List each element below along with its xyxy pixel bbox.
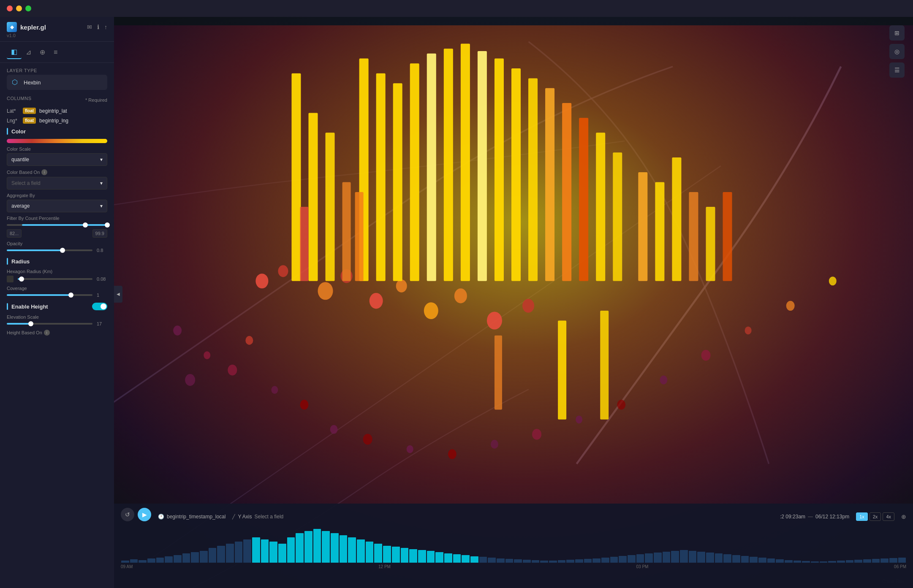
histogram-bar-22[interactable] [313, 529, 321, 563]
y-axis-field-select[interactable]: Select a field [255, 514, 284, 520]
histogram-bar-45[interactable] [514, 559, 522, 563]
histogram-bar-16[interactable] [261, 539, 269, 563]
histogram-bar-20[interactable] [296, 533, 304, 563]
aggregate-by-dropdown[interactable]: average ▾ [7, 200, 107, 212]
filter-thumb-right[interactable] [105, 222, 110, 228]
coverage-slider[interactable] [7, 294, 92, 296]
histogram-bar-82[interactable] [837, 561, 845, 563]
histogram-bars[interactable] [121, 529, 906, 563]
histogram-bar-5[interactable] [165, 556, 173, 563]
histogram-bar-59[interactable] [636, 554, 644, 563]
histogram-bar-23[interactable] [322, 531, 330, 563]
histogram-bar-68[interactable] [715, 553, 723, 563]
histogram-bar-79[interactable] [811, 561, 819, 563]
histogram-bar-58[interactable] [628, 555, 636, 563]
histogram-bar-32[interactable] [401, 548, 409, 563]
histogram-bar-21[interactable] [304, 531, 312, 563]
sync-button[interactable]: ⊕ [901, 513, 906, 520]
maximize-button[interactable] [25, 5, 31, 11]
minimize-button[interactable] [16, 5, 22, 11]
histogram-bar-11[interactable] [217, 546, 225, 563]
histogram-bar-87[interactable] [880, 558, 889, 563]
histogram-bar-55[interactable] [601, 558, 609, 563]
compass-control-button[interactable]: ◎ [889, 44, 905, 59]
speed-4x-button[interactable]: 4x [883, 512, 894, 521]
histogram-bar-46[interactable] [523, 560, 531, 563]
histogram-bar-10[interactable] [209, 548, 217, 563]
histogram-bar-72[interactable] [750, 557, 758, 563]
tab-filters[interactable]: ⊿ [22, 45, 35, 59]
histogram-bar-67[interactable] [706, 553, 714, 563]
histogram-bar-19[interactable] [287, 537, 295, 563]
histogram-bar-35[interactable] [427, 551, 435, 563]
histogram-bar-1[interactable] [130, 559, 138, 563]
sidebar-collapse-button[interactable]: ◀ [114, 286, 122, 303]
histogram-bar-3[interactable] [147, 558, 155, 563]
histogram-bar-25[interactable] [340, 535, 348, 563]
histogram-bar-71[interactable] [741, 556, 749, 563]
histogram-bar-24[interactable] [331, 533, 339, 563]
hex-radius-slider[interactable] [18, 278, 92, 280]
histogram-bar-37[interactable] [444, 553, 452, 563]
histogram-bar-89[interactable] [898, 558, 906, 563]
histogram-bar-17[interactable] [269, 542, 277, 563]
histogram-bar-83[interactable] [846, 560, 854, 563]
histogram-bar-30[interactable] [383, 546, 391, 563]
histogram-bar-15[interactable] [252, 537, 260, 563]
email-button[interactable]: ✉ [87, 24, 92, 30]
histogram-bar-39[interactable] [462, 555, 470, 563]
histogram-bar-0[interactable] [121, 561, 129, 563]
histogram-bar-9[interactable] [200, 551, 208, 563]
color-based-on-info-icon[interactable]: i [41, 169, 47, 175]
coverage-thumb[interactable] [68, 293, 73, 298]
color-scale-bar[interactable] [7, 139, 107, 143]
histogram-bar-80[interactable] [820, 561, 828, 563]
histogram-bar-36[interactable] [435, 552, 443, 563]
elevation-scale-slider[interactable] [7, 323, 92, 325]
histogram-bar-50[interactable] [558, 560, 566, 563]
histogram-bar-56[interactable] [610, 557, 618, 563]
close-button[interactable] [7, 5, 13, 11]
hex-radius-thumb[interactable] [19, 276, 24, 282]
histogram-bar-47[interactable] [532, 560, 540, 563]
layer-type-selector[interactable]: ⬡ Hexbin [7, 75, 107, 90]
filter-percentile-slider[interactable] [7, 224, 107, 226]
color-scale-dropdown[interactable]: quantile ▾ [7, 153, 107, 166]
histogram-bar-65[interactable] [689, 551, 697, 563]
histogram-bar-51[interactable] [566, 560, 574, 563]
histogram-bar-2[interactable] [139, 560, 147, 563]
histogram-bar-26[interactable] [348, 537, 356, 563]
histogram-bar-86[interactable] [872, 559, 880, 563]
histogram-bar-12[interactable] [226, 544, 234, 563]
histogram-bar-4[interactable] [156, 558, 164, 563]
histogram-bar-43[interactable] [497, 558, 505, 563]
histogram-bar-38[interactable] [453, 554, 461, 563]
tab-interactions[interactable]: ⊕ [35, 45, 49, 59]
histogram-bar-33[interactable] [409, 549, 417, 563]
histogram-bar-41[interactable] [479, 557, 487, 563]
histogram-bar-6[interactable] [174, 555, 182, 563]
histogram-bar-7[interactable] [182, 553, 190, 563]
histogram-bar-31[interactable] [392, 547, 400, 563]
histogram-bar-27[interactable] [357, 539, 365, 563]
histogram-bar-53[interactable] [584, 559, 592, 563]
histogram-bar-8[interactable] [191, 552, 199, 563]
reset-button[interactable]: ↺ [121, 508, 134, 521]
elevation-scale-thumb[interactable] [28, 321, 33, 326]
histogram-bar-64[interactable] [680, 550, 688, 563]
info-button[interactable]: ℹ [97, 24, 99, 30]
histogram-bar-75[interactable] [776, 559, 784, 563]
histogram-bar-85[interactable] [863, 559, 871, 563]
opacity-thumb[interactable] [60, 248, 65, 253]
tab-basemap[interactable]: ≡ [49, 45, 62, 59]
histogram-bar-34[interactable] [418, 550, 426, 563]
grid-control-button[interactable]: ⊞ [889, 25, 905, 41]
color-field-dropdown[interactable]: Select a field ▾ [7, 177, 107, 190]
histogram-bar-69[interactable] [723, 554, 731, 563]
export-button[interactable]: ↑ [104, 24, 107, 30]
histogram-bar-57[interactable] [619, 556, 627, 563]
histogram-bar-78[interactable] [802, 561, 810, 563]
filter-thumb-left[interactable] [83, 222, 88, 228]
histogram-bar-66[interactable] [697, 552, 705, 563]
legend-control-button[interactable]: ☰ [889, 62, 905, 78]
